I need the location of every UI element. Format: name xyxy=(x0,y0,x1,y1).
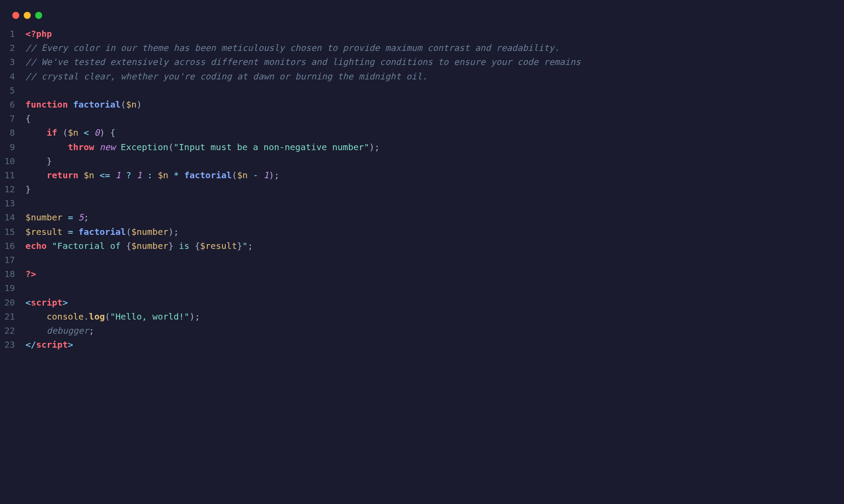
token: console xyxy=(47,311,83,322)
token xyxy=(115,142,121,152)
token: ) xyxy=(168,227,173,237)
token xyxy=(62,227,68,237)
token xyxy=(152,170,158,180)
line-number: 23 xyxy=(4,338,15,352)
token xyxy=(68,99,73,110)
token: 1 xyxy=(137,170,142,180)
token: $n xyxy=(68,127,78,138)
token: > xyxy=(68,339,73,350)
line-number: 1 xyxy=(4,27,15,41)
token: } xyxy=(168,241,173,251)
line-number: 6 xyxy=(4,97,15,112)
token xyxy=(73,227,78,237)
token: { xyxy=(195,241,200,251)
maximize-icon[interactable] xyxy=(35,12,42,19)
line-number: 5 xyxy=(4,83,15,97)
minimize-icon[interactable] xyxy=(24,12,31,19)
token: $n xyxy=(158,170,168,180)
token xyxy=(62,212,68,223)
token: = xyxy=(68,212,73,223)
code-line[interactable]: if ($n < 0) { xyxy=(25,126,844,140)
code-line[interactable]: // Every color in our theme has been met… xyxy=(25,41,844,55)
token: > xyxy=(62,297,68,308)
token: ( xyxy=(168,142,173,152)
code-line[interactable] xyxy=(25,281,844,295)
token xyxy=(121,170,126,180)
line-number: 12 xyxy=(4,182,15,196)
line-number: 16 xyxy=(4,239,15,253)
token: function xyxy=(25,99,68,110)
code-line[interactable]: ?> xyxy=(25,267,844,281)
code-line[interactable]: console.log("Hello, world!"); xyxy=(25,310,844,324)
code-line[interactable]: function factorial($n) xyxy=(25,97,844,112)
token: $n xyxy=(237,170,248,180)
line-number: 9 xyxy=(4,140,15,154)
code-line[interactable]: } xyxy=(25,154,844,168)
token: $number xyxy=(25,212,62,223)
token: ; xyxy=(89,325,94,336)
line-number: 4 xyxy=(4,69,15,83)
code-line[interactable]: </script> xyxy=(25,338,844,352)
code-area[interactable]: 1234567891011121314151617181920212223 <?… xyxy=(0,27,844,352)
token: debugger xyxy=(47,325,89,336)
token: ; xyxy=(274,170,279,180)
token: ; xyxy=(375,142,380,152)
token: "Hello, world!" xyxy=(110,311,190,322)
code-line[interactable]: throw new Exception("Input must be a non… xyxy=(25,140,844,154)
token: $result xyxy=(25,227,62,237)
token: ) xyxy=(269,170,274,180)
token xyxy=(79,170,84,180)
code-line[interactable]: $number = 5; xyxy=(25,210,844,224)
token: ( xyxy=(232,170,237,180)
token xyxy=(94,142,100,152)
code-line[interactable]: // crystal clear, whether you're coding … xyxy=(25,69,844,83)
line-number: 3 xyxy=(4,55,15,69)
token: script xyxy=(36,339,68,350)
code-content[interactable]: <?php// Every color in our theme has bee… xyxy=(25,27,844,352)
code-line[interactable]: return $n <= 1 ? 1 : $n * factorial($n -… xyxy=(25,168,844,182)
line-number: 8 xyxy=(4,126,15,140)
token xyxy=(89,127,94,138)
code-line[interactable]: { xyxy=(25,112,844,126)
token: $n xyxy=(84,170,94,180)
token: { xyxy=(110,127,115,138)
token: log xyxy=(89,311,105,322)
code-line[interactable]: } xyxy=(25,182,844,196)
token: <?php xyxy=(25,29,52,39)
close-icon[interactable] xyxy=(12,12,19,19)
code-line[interactable] xyxy=(25,253,844,267)
token: { xyxy=(25,113,31,124)
token xyxy=(168,170,173,180)
token: 0 xyxy=(94,127,100,138)
code-line[interactable]: // We've tested extensively across diffe… xyxy=(25,55,844,69)
line-number: 14 xyxy=(4,210,15,224)
code-line[interactable] xyxy=(25,83,844,97)
line-number-gutter: 1234567891011121314151617181920212223 xyxy=(4,27,25,352)
token: } xyxy=(237,241,242,251)
code-line[interactable] xyxy=(25,196,844,210)
line-number: 18 xyxy=(4,267,15,281)
token xyxy=(25,142,68,152)
token: ( xyxy=(121,99,126,110)
line-number: 7 xyxy=(4,112,15,126)
token xyxy=(73,212,78,223)
token: } xyxy=(25,184,31,194)
token: ( xyxy=(62,127,68,138)
token: } xyxy=(47,156,52,166)
token: // Every color in our theme has been met… xyxy=(25,43,559,53)
line-number: 11 xyxy=(4,168,15,182)
token xyxy=(142,170,147,180)
token: ; xyxy=(195,311,200,322)
code-line[interactable]: <script> xyxy=(25,295,844,310)
code-line[interactable]: <?php xyxy=(25,27,844,41)
code-line[interactable]: echo "Factorial of {$number} is {$result… xyxy=(25,239,844,253)
token: $n xyxy=(126,99,137,110)
token xyxy=(179,170,184,180)
token: . xyxy=(84,311,89,322)
line-number: 22 xyxy=(4,324,15,338)
code-line[interactable]: $result = factorial($number); xyxy=(25,225,844,239)
token: "Input must be a non-negative number" xyxy=(173,142,369,152)
token xyxy=(79,127,84,138)
line-number: 20 xyxy=(4,295,15,310)
code-line[interactable]: debugger; xyxy=(25,324,844,338)
